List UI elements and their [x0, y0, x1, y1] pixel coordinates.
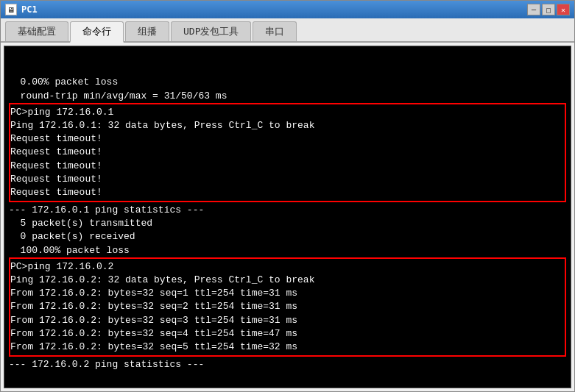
ping1-result-3: Request timeout!	[10, 173, 565, 186]
top-line-1: round-trip min/avg/max = 31/50/63 ms	[9, 90, 566, 103]
ping1-result-2: Request timeout!	[10, 160, 565, 173]
ping2-result-4: From 172.16.0.2: bytes=32 seq=5 ttl=254 …	[10, 341, 565, 354]
stats2-partial: --- 172.16.0.2 ping statistics ---	[9, 358, 566, 371]
ping2-result-2: From 172.16.0.2: bytes=32 seq=3 ttl=254 …	[10, 314, 565, 327]
tab-bar: 基础配置 命令行 组播 UDP发包工具 串口	[1, 18, 574, 43]
terminal-container[interactable]: 0.00% packet loss round-trip min/avg/max…	[4, 46, 571, 388]
content-area: 0.00% packet loss round-trip min/avg/max…	[1, 43, 574, 391]
stats1-line-2: 0 packet(s) received	[9, 230, 566, 243]
ping1-command: PC>ping 172.16.0.1	[10, 106, 565, 119]
ping1-result-0: Request timeout!	[10, 132, 565, 146]
tab-group[interactable]: 组播	[125, 21, 169, 41]
ping1-highlighted-section: PC>ping 172.16.0.1Ping 172.16.0.1: 32 da…	[9, 103, 566, 202]
ping1-result-1: Request timeout!	[10, 146, 565, 159]
minimize-button[interactable]: ─	[527, 4, 540, 15]
window-icon: 🖥	[5, 4, 17, 15]
tab-udp[interactable]: UDP发包工具	[171, 21, 251, 41]
ping2-result-1: From 172.16.0.2: bytes=32 seq=2 ttl=254 …	[10, 300, 565, 313]
title-controls: ─ □ ✕	[527, 4, 570, 15]
main-window: 🖥 PC1 ─ □ ✕ 基础配置 命令行 组播 UDP发包工具 串口 0.00%…	[0, 0, 575, 392]
stats1-line-1: 5 packet(s) transmitted	[9, 217, 566, 230]
title-bar: 🖥 PC1 ─ □ ✕	[1, 1, 574, 18]
terminal-content: 0.00% packet loss round-trip min/avg/max…	[4, 46, 571, 388]
window-title: PC1	[21, 4, 38, 15]
tab-cmd[interactable]: 命令行	[70, 21, 124, 43]
ping2-result-0: From 172.16.0.2: bytes=32 seq=1 ttl=254 …	[10, 287, 565, 300]
ping1-result-4: Request timeout!	[10, 186, 565, 199]
ping2-command: PC>ping 172.16.0.2	[10, 260, 565, 274]
ping1-header: Ping 172.16.0.1: 32 data bytes, Press Ct…	[10, 119, 565, 132]
maximize-button[interactable]: □	[542, 4, 555, 15]
terminal-body: 0.00% packet loss round-trip min/avg/max…	[9, 76, 566, 371]
tab-basic[interactable]: 基础配置	[5, 21, 68, 41]
top-line-0: 0.00% packet loss	[9, 76, 566, 89]
ping2-header: Ping 172.16.0.2: 32 data bytes, Press Ct…	[10, 274, 565, 287]
stats1-line-0: --- 172.16.0.1 ping statistics ---	[9, 204, 566, 217]
ping2-highlighted-section: PC>ping 172.16.0.2Ping 172.16.0.2: 32 da…	[9, 257, 566, 357]
close-button[interactable]: ✕	[557, 4, 570, 15]
title-bar-left: 🖥 PC1	[5, 4, 38, 15]
tab-serial[interactable]: 串口	[253, 21, 297, 41]
stats1-line-3: 100.00% packet loss	[9, 244, 566, 257]
ping2-result-3: From 172.16.0.2: bytes=32 seq=4 ttl=254 …	[10, 327, 565, 341]
